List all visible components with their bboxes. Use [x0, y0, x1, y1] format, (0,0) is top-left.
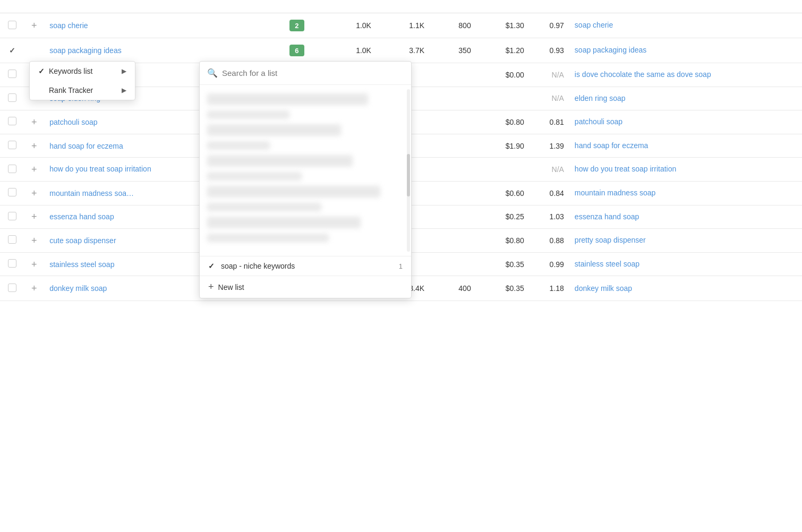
dropdown-item-label: soap - niche keywords: [221, 262, 399, 270]
new-list-label: New list: [218, 283, 244, 291]
keyword-link[interactable]: cute soap dispenser: [49, 236, 116, 245]
cpc-value: $0.35: [506, 260, 524, 269]
diff-value: 1.18: [550, 284, 564, 293]
cpc-value: $1.30: [506, 21, 524, 30]
sv-value: 3.7K: [409, 46, 424, 55]
diff-value: 0.81: [550, 118, 564, 126]
plus-icon: +: [208, 281, 214, 293]
diff-na: N/A: [552, 71, 564, 79]
arrow-icon-keywords: ▶: [122, 67, 126, 75]
dropdown-list[interactable]: [200, 85, 411, 256]
cpc-value: $0.80: [506, 236, 524, 245]
row-checked-icon: ✓: [9, 46, 15, 55]
diff-na: N/A: [552, 94, 564, 102]
diff-value: 0.88: [550, 236, 564, 245]
diff-value: 1.03: [550, 212, 564, 221]
add-button[interactable]: +: [31, 235, 37, 246]
context-menu-item-keywords-list[interactable]: ✓ Keywords list ▶: [30, 62, 135, 81]
keyword-link[interactable]: donkey milk soap: [49, 284, 107, 293]
keyword-link[interactable]: patchouli soap: [49, 118, 97, 126]
main-container: +soap cherie21.0K1.1K800$1.300.97soap ch…: [0, 0, 802, 532]
table-row: ✓soap packaging ideas61.0K3.7K350$1.200.…: [0, 38, 802, 63]
scrollbar-track: [407, 89, 410, 252]
row-checkbox[interactable]: [8, 284, 16, 292]
diff-value: 0.93: [550, 46, 564, 55]
dropdown-panel: 🔍 ✓ soap - niche keywords 1: [199, 61, 412, 298]
cpc-value: $1.20: [506, 46, 524, 55]
table-row: +soap cherie21.0K1.1K800$1.300.97soap ch…: [0, 13, 802, 38]
related-link[interactable]: soap packaging ideas: [575, 46, 646, 54]
row-checkbox[interactable]: [8, 93, 16, 102]
keyword-link[interactable]: mountain madness soa…: [49, 189, 134, 198]
add-button[interactable]: +: [31, 20, 37, 31]
add-button[interactable]: +: [31, 141, 37, 151]
add-button[interactable]: +: [31, 259, 37, 270]
cpc-value: $0.25: [506, 212, 524, 221]
blurred-items: [200, 89, 411, 252]
row-checkbox[interactable]: [8, 141, 16, 149]
diff-value: 0.97: [550, 21, 564, 30]
related-link[interactable]: how do you treat soap irritation: [575, 165, 676, 173]
add-button[interactable]: +: [31, 188, 37, 199]
dropdown-item-check: ✓: [208, 262, 221, 270]
add-button[interactable]: +: [31, 117, 37, 127]
context-menu: ✓ Keywords list ▶ ✓ Rank Tracker ▶: [29, 61, 135, 100]
search-bar: 🔍: [200, 62, 411, 85]
dropdown-new-list[interactable]: + New list: [200, 276, 411, 298]
dropdown-item-count: 1: [399, 262, 403, 270]
row-checkbox[interactable]: [8, 259, 16, 268]
related-link[interactable]: is dove chocolate the same as dove soap: [575, 70, 711, 79]
add-button[interactable]: +: [31, 211, 37, 222]
vol-value: 1.0K: [356, 21, 371, 30]
related-link[interactable]: soap cherie: [575, 21, 613, 29]
scrollbar-thumb[interactable]: [407, 154, 410, 196]
search-input[interactable]: [222, 68, 404, 78]
add-button[interactable]: +: [31, 164, 37, 175]
list-badge[interactable]: 6: [289, 45, 304, 56]
row-checkbox[interactable]: [8, 165, 16, 173]
row-checkbox[interactable]: [8, 212, 16, 220]
related-link[interactable]: patchouli soap: [575, 117, 622, 126]
context-menu-item-rank-tracker[interactable]: ✓ Rank Tracker ▶: [30, 81, 135, 100]
keyword-link[interactable]: soap cherie: [49, 21, 88, 30]
row-checkbox[interactable]: [8, 70, 16, 78]
related-link[interactable]: stainless steel soap: [575, 260, 639, 268]
cpc-value: $0.35: [506, 284, 524, 293]
cpc-value: $0.60: [506, 189, 524, 198]
context-menu-label-keywords: Keywords list: [49, 67, 92, 75]
clicks-value: 400: [458, 284, 471, 293]
row-checkbox[interactable]: [8, 117, 16, 125]
keyword-link[interactable]: essenza hand soap: [49, 212, 114, 221]
cpc-value: $1.90: [506, 142, 524, 150]
diff-na: N/A: [552, 165, 564, 174]
list-badge[interactable]: 2: [289, 20, 304, 31]
cpc-value: $0.00: [506, 71, 524, 79]
check-mark-keywords: ✓: [38, 67, 49, 75]
related-link[interactable]: hand soap for eczema: [575, 141, 649, 150]
keyword-link[interactable]: how do you treat soap irritation: [49, 165, 151, 173]
row-checkbox[interactable]: [8, 235, 16, 244]
row-checkbox[interactable]: [8, 21, 16, 29]
keyword-link[interactable]: stainless steel soap: [49, 260, 114, 269]
dropdown-checked-item[interactable]: ✓ soap - niche keywords 1: [200, 256, 411, 276]
related-link[interactable]: donkey milk soap: [575, 284, 632, 293]
cpc-value: $0.80: [506, 118, 524, 126]
clicks-value: 800: [458, 21, 471, 30]
context-menu-label-rank: Rank Tracker: [49, 86, 93, 95]
diff-value: 0.99: [550, 260, 564, 269]
add-button[interactable]: +: [31, 283, 37, 294]
row-checkbox[interactable]: [8, 188, 16, 196]
keyword-link[interactable]: soap packaging ideas: [49, 46, 121, 55]
related-link[interactable]: elden ring soap: [575, 94, 626, 102]
diff-value: 0.84: [550, 189, 564, 198]
related-link[interactable]: essenza hand soap: [575, 212, 639, 221]
keyword-link[interactable]: hand soap for eczema: [49, 142, 123, 150]
vol-value: 1.0K: [356, 46, 371, 55]
sv-value: 1.1K: [409, 21, 424, 30]
search-icon: 🔍: [207, 68, 218, 78]
diff-value: 1.39: [550, 142, 564, 150]
arrow-icon-rank: ▶: [122, 87, 126, 94]
clicks-value: 350: [458, 46, 471, 55]
related-link[interactable]: mountain madness soap: [575, 188, 656, 197]
related-link[interactable]: pretty soap dispenser: [575, 236, 646, 244]
